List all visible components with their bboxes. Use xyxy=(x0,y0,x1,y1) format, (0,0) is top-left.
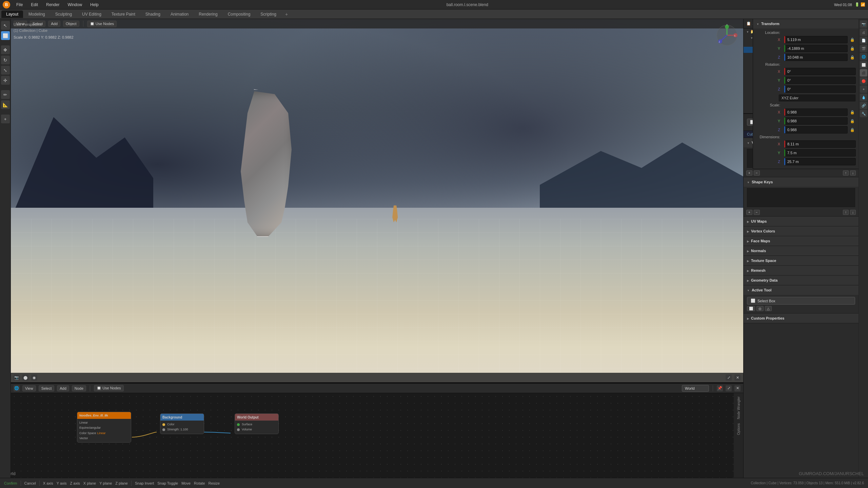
menu-render[interactable]: Render xyxy=(44,2,61,8)
menu-help[interactable]: Help xyxy=(88,2,101,8)
normals-header[interactable]: Normals xyxy=(744,246,859,256)
loc-x-lock[interactable]: 🔒 xyxy=(849,38,856,42)
custom-properties-header[interactable]: Custom Properties xyxy=(744,313,859,323)
node-editor[interactable]: 🌐 View Select Add Node 🔲 Use Nodes World… xyxy=(11,383,743,478)
bottom-y-plane[interactable]: Y plane xyxy=(99,481,112,485)
picon-material[interactable]: 🔴 xyxy=(860,77,867,85)
node-canvas[interactable]: Noodles_Env_Ill_8k Linear Equirectangula… xyxy=(11,393,743,478)
rot-z-value[interactable]: 0° xyxy=(784,85,856,93)
bottom-z-plane[interactable]: Z plane xyxy=(115,481,128,485)
node-pin[interactable]: 📌 xyxy=(717,385,723,391)
picon-output[interactable]: 🖨 xyxy=(860,28,867,36)
bottom-cancel[interactable]: Cancel xyxy=(24,481,36,485)
uv-maps-header[interactable]: UV Maps xyxy=(744,217,859,226)
scl-z-lock[interactable]: 🔒 xyxy=(849,128,856,132)
bottom-resize[interactable]: Resize xyxy=(209,481,220,485)
shape-keys-header[interactable]: Shape Keys xyxy=(744,177,859,187)
vg-move-up[interactable]: ↑ xyxy=(843,170,849,176)
picon-modifiers[interactable]: 🔧 xyxy=(860,110,867,117)
node-add-menu[interactable]: Add xyxy=(57,385,69,391)
rot-y-value[interactable]: 0° xyxy=(784,77,856,84)
viewport-add-menu[interactable]: Add xyxy=(48,21,60,27)
bottom-confirm[interactable]: Confirm xyxy=(4,481,17,485)
menu-edit[interactable]: Edit xyxy=(29,2,40,8)
tool-add[interactable]: + xyxy=(1,115,10,123)
scl-z-value[interactable]: 0.988 xyxy=(784,126,848,134)
dims-x-value[interactable]: 8.11 m xyxy=(784,140,856,148)
tab-shading[interactable]: Shading xyxy=(141,11,165,18)
tool-opt-3[interactable]: △ xyxy=(765,306,772,311)
tab-texture-paint[interactable]: Texture Paint xyxy=(107,11,140,18)
viewport-use-nodes[interactable]: 🔲 Use Nodes xyxy=(87,21,117,27)
tab-layout[interactable]: Layout xyxy=(1,11,23,18)
node-texture-env[interactable]: Noodles_Env_Ill_8k Linear Equirectangula… xyxy=(77,412,131,443)
node-maximize[interactable]: ⤢ xyxy=(726,385,732,391)
tool-opt-1[interactable]: ⬜ xyxy=(747,306,755,311)
menu-file[interactable]: File xyxy=(14,2,25,8)
picon-world[interactable]: 🌐 xyxy=(860,53,867,60)
node-select-menu[interactable]: Select xyxy=(39,385,55,391)
node-view-menu[interactable]: View xyxy=(22,385,36,391)
loc-x-value[interactable]: 5.119 m xyxy=(784,36,848,43)
sk-remove[interactable]: − xyxy=(754,210,760,215)
node-background[interactable]: Background Color Strength: 1.100 xyxy=(160,413,204,434)
bottom-snap-toggle[interactable]: Snap Toggle xyxy=(157,481,178,485)
tab-sculpting[interactable]: Sculpting xyxy=(51,11,77,18)
picon-scene[interactable]: 🎬 xyxy=(860,45,867,52)
node-world-output[interactable]: World Output Surface Volume xyxy=(235,413,279,434)
sk-add[interactable]: + xyxy=(746,210,752,215)
bottom-snap-invert[interactable]: Snap Invert xyxy=(135,481,154,485)
scl-x-value[interactable]: 0.988 xyxy=(784,108,848,116)
dims-z-value[interactable]: 25.7 m xyxy=(784,158,856,165)
tool-cursor[interactable]: ↖ xyxy=(1,21,10,30)
viewport-maximize[interactable]: ⤢ xyxy=(726,374,732,381)
tool-transform[interactable]: ✢ xyxy=(1,76,10,85)
vg-add[interactable]: + xyxy=(746,170,752,176)
scl-y-lock[interactable]: 🔒 xyxy=(849,119,856,123)
loc-z-value[interactable]: 10.048 m xyxy=(784,54,848,61)
node-node-menu[interactable]: Node xyxy=(72,385,86,391)
scl-x-lock[interactable]: 🔒 xyxy=(849,110,856,115)
picon-mesh[interactable]: ⬛ xyxy=(860,69,867,77)
tab-modeling[interactable]: Modeling xyxy=(24,11,50,18)
sk-move-up[interactable]: ↑ xyxy=(843,210,849,215)
tool-scale[interactable]: ⤡ xyxy=(1,66,10,75)
rot-mode-value[interactable]: XYZ Euler xyxy=(778,94,856,102)
node-use-nodes[interactable]: 🔲 Use Nodes xyxy=(94,385,123,391)
loc-y-value[interactable]: -4.1889 m xyxy=(784,45,848,52)
dims-y-value[interactable]: 7.5 m xyxy=(784,149,856,157)
rot-x-value[interactable]: 0° xyxy=(784,68,856,75)
menu-window[interactable]: Window xyxy=(65,2,84,8)
picon-constraints[interactable]: 🔗 xyxy=(860,102,867,109)
tab-animation[interactable]: Animation xyxy=(166,11,193,18)
picon-particles[interactable]: ✦ xyxy=(860,85,867,93)
tab-compositing[interactable]: Compositing xyxy=(223,11,255,18)
picon-physics[interactable]: 💧 xyxy=(860,94,867,101)
tool-annotate[interactable]: ✏ xyxy=(1,90,10,99)
picon-render[interactable]: 📷 xyxy=(860,20,867,28)
bottom-x-plane[interactable]: X plane xyxy=(83,481,96,485)
bottom-y-axis[interactable]: Y axis xyxy=(57,481,67,485)
bottom-move[interactable]: Move xyxy=(181,481,191,485)
select-box-btn[interactable]: ⬜ Select Box xyxy=(747,297,855,305)
scl-y-value[interactable]: 0.988 xyxy=(784,117,848,125)
tab-uv-editing[interactable]: UV Editing xyxy=(77,11,106,18)
tool-rotate[interactable]: ↻ xyxy=(1,56,10,64)
tool-measure[interactable]: 📐 xyxy=(1,100,10,109)
viewport-shading-rendered[interactable]: ◉ xyxy=(31,374,37,381)
viewport[interactable]: View Select Add Object 🔲 Use Nodes User … xyxy=(11,19,743,383)
viewport-object-menu[interactable]: Object xyxy=(63,21,79,27)
vertex-colors-header[interactable]: Vertex Colors xyxy=(744,226,859,236)
viewport-camera-icon[interactable]: 📷 xyxy=(14,374,20,381)
node-world-selector[interactable]: World xyxy=(682,385,709,392)
texture-space-header[interactable]: Texture Space xyxy=(744,256,859,265)
remesh-header[interactable]: Remesh xyxy=(744,266,859,275)
vg-remove[interactable]: − xyxy=(754,170,760,176)
tab-rendering[interactable]: Rendering xyxy=(194,11,222,18)
sk-move-down[interactable]: ↓ xyxy=(850,210,856,215)
shape-keys-list[interactable] xyxy=(746,187,856,208)
vg-move-down[interactable]: ↓ xyxy=(850,170,856,176)
tool-opt-2[interactable]: ◎ xyxy=(756,306,764,311)
tab-scripting[interactable]: Scripting xyxy=(256,11,281,18)
viewport-shading-solid[interactable]: ⬤ xyxy=(22,374,28,381)
